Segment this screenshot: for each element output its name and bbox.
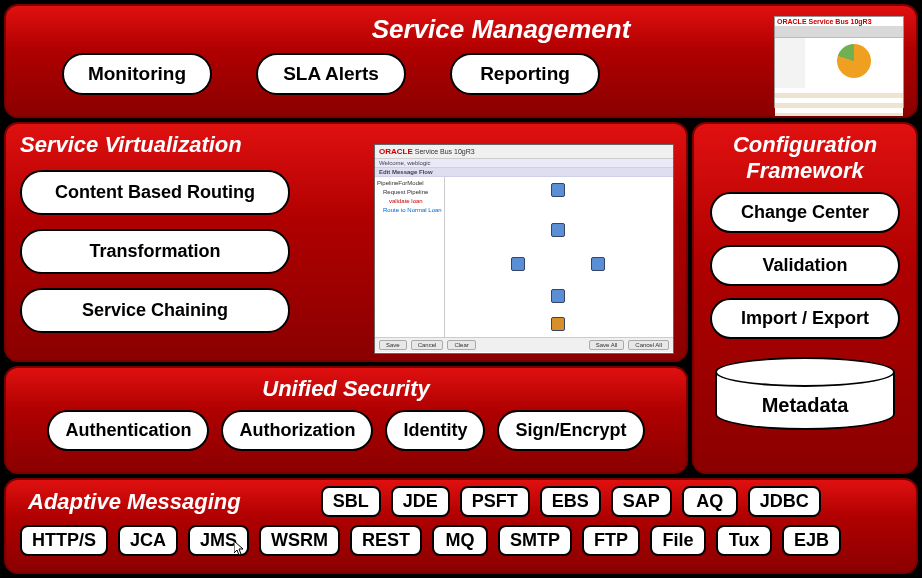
app-welcome: Welcome, weblogic [379, 160, 431, 166]
app-footer-buttons: Save Cancel Clear Save All Cancel All [375, 337, 673, 352]
tree-item: PipelineForModel [377, 179, 442, 188]
pill-reporting: Reporting [450, 53, 600, 95]
chip-ejb: EJB [782, 525, 841, 556]
unified-security-title: Unified Security [20, 376, 672, 402]
pill-authentication: Authentication [47, 410, 209, 451]
chip-jde: JDE [391, 486, 450, 517]
chip-tux: Tux [716, 525, 772, 556]
app-btn: Cancel [411, 340, 444, 350]
pill-change-center: Change Center [710, 192, 900, 233]
app-btn: Cancel All [628, 340, 669, 350]
tree-item: Route to Normal Loan Proce [377, 206, 442, 215]
chip-jdbc: JDBC [748, 486, 821, 517]
flow-node-icon [545, 289, 571, 311]
app-btn: Save All [589, 340, 625, 350]
chip-https: HTTP/S [20, 525, 108, 556]
tree-item: validate loan [377, 197, 442, 206]
app-btn: Clear [447, 340, 475, 350]
cf-title-line1: Configuration [733, 132, 877, 157]
flow-canvas [445, 177, 673, 337]
service-virtualization-items: Content Based Routing Transformation Ser… [20, 170, 290, 333]
chip-rest: REST [350, 525, 422, 556]
flow-node-icon [545, 223, 571, 245]
thumb-brand: ORACLE Service Bus 10gR3 [775, 17, 903, 26]
pill-authorization: Authorization [221, 410, 373, 451]
tree-item: Request Pipeline [377, 188, 442, 197]
service-virtualization-panel: Service Virtualization Content Based Rou… [4, 122, 688, 362]
flow-node-icon [545, 317, 571, 339]
chip-jca: JCA [118, 525, 178, 556]
pill-sign-encrypt: Sign/Encrypt [497, 410, 644, 451]
pill-service-chaining: Service Chaining [20, 288, 290, 333]
chip-smtp: SMTP [498, 525, 572, 556]
pill-monitoring: Monitoring [62, 53, 212, 95]
chip-ftp: FTP [582, 525, 640, 556]
app-product: Service Bus 10gR3 [415, 148, 475, 155]
chip-mq: MQ [432, 525, 488, 556]
unified-security-items: Authentication Authorization Identity Si… [20, 410, 672, 451]
adaptive-messaging-title: Adaptive Messaging [20, 489, 241, 515]
chip-ebs: EBS [540, 486, 601, 517]
app-brand: ORACLE [379, 147, 413, 156]
service-management-panel: Service Management Monitoring SLA Alerts… [4, 4, 918, 118]
app-btn: Save [379, 340, 407, 350]
message-flow-screenshot: ORACLE Service Bus 10gR3 Welcome, weblog… [374, 144, 674, 354]
flow-node-icon [585, 257, 611, 279]
configuration-framework-items: Change Center Validation Import / Export [708, 192, 902, 339]
metadata-store-icon: Metadata [715, 357, 895, 430]
pill-import-export: Import / Export [710, 298, 900, 339]
pie-chart-icon [837, 44, 871, 78]
app-section: Edit Message Flow [379, 169, 433, 175]
chip-wsrm: WSRM [259, 525, 340, 556]
flow-node-icon [505, 257, 531, 279]
chip-jms: JMS [188, 525, 249, 556]
configuration-framework-panel: Configuration Framework Change Center Va… [692, 122, 918, 474]
flow-node-icon [545, 183, 571, 205]
pill-content-based-routing: Content Based Routing [20, 170, 290, 215]
pill-identity: Identity [385, 410, 485, 451]
metadata-label: Metadata [762, 394, 849, 417]
configuration-framework-title: Configuration Framework [708, 132, 902, 184]
chip-sap: SAP [611, 486, 672, 517]
pill-transformation: Transformation [20, 229, 290, 274]
adaptive-messaging-panel: Adaptive Messaging SBL JDE PSFT EBS SAP … [4, 478, 918, 574]
unified-security-panel: Unified Security Authentication Authoriz… [4, 366, 688, 474]
chip-aq: AQ [682, 486, 738, 517]
app-tree: PipelineForModel Request Pipeline valida… [375, 177, 445, 337]
chip-sbl: SBL [321, 486, 381, 517]
cf-title-line2: Framework [746, 158, 863, 183]
dashboard-thumbnail: ORACLE Service Bus 10gR3 [774, 16, 904, 108]
pill-sla-alerts: SLA Alerts [256, 53, 406, 95]
chip-jms-label: JMS [200, 530, 237, 551]
pill-validation: Validation [710, 245, 900, 286]
chip-file: File [650, 525, 706, 556]
chip-psft: PSFT [460, 486, 530, 517]
